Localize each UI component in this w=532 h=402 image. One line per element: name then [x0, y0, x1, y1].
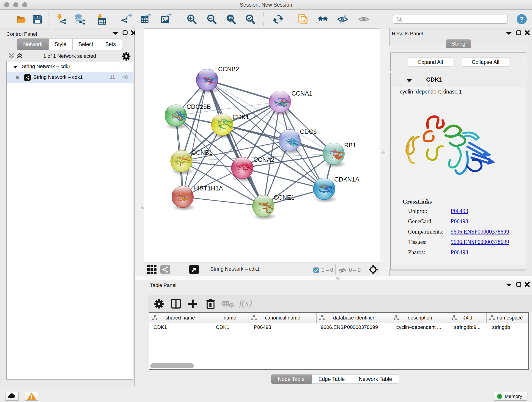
svg-text:CDKN1A: CDKN1A — [334, 176, 360, 183]
svg-text:CCNA1: CCNA1 — [291, 90, 312, 97]
svg-text:CCNB2: CCNB2 — [218, 66, 239, 73]
svg-text:CDK1: CDK1 — [233, 114, 249, 121]
svg-text:CCNA2: CCNA2 — [253, 156, 274, 163]
svg-text:RB1: RB1 — [344, 142, 356, 149]
svg-text:CCNB1: CCNB1 — [191, 149, 213, 156]
svg-text:CDC25B: CDC25B — [186, 103, 211, 110]
svg-text:CCNE1: CCNE1 — [273, 194, 295, 201]
svg-text:HIST1H1A: HIST1H1A — [193, 185, 223, 192]
svg-text:CDC6: CDC6 — [300, 128, 317, 135]
